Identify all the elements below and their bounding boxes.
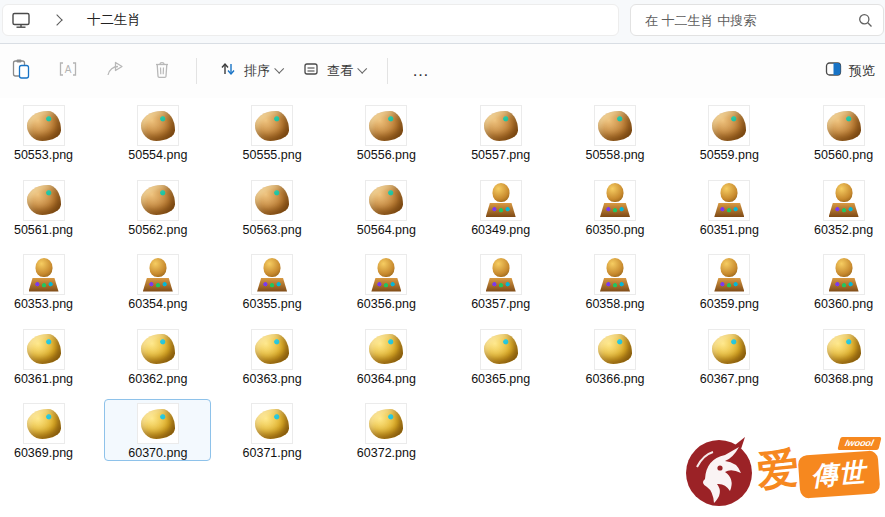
file-thumbnail [708, 180, 750, 221]
sort-button[interactable]: 排序 [211, 53, 290, 89]
file-tile[interactable]: 60371.png [219, 399, 326, 461]
zodiac-monkey-sprite [484, 258, 518, 292]
file-thumbnail [251, 254, 293, 295]
zodiac-rabbit-sprite [369, 111, 403, 141]
file-thumbnail [365, 329, 407, 370]
file-tile[interactable]: 60356.png [333, 250, 440, 312]
sort-label: 排序 [244, 62, 270, 80]
file-tile[interactable]: 60360.png [790, 250, 885, 312]
file-thumbnail [594, 254, 636, 295]
toolbar-divider [196, 58, 197, 84]
file-tile[interactable]: 60366.png [562, 325, 669, 387]
file-thumbnail [23, 254, 65, 295]
file-tile[interactable]: 60350.png [562, 176, 669, 238]
file-name: 50557.png [471, 148, 530, 162]
file-tile[interactable]: 60367.png [676, 325, 783, 387]
file-tile[interactable]: 50558.png [562, 101, 669, 163]
file-name: 60358.png [585, 297, 644, 311]
file-name: 50556.png [357, 148, 416, 162]
zodiac-rooster-sprite [141, 185, 175, 215]
file-tile[interactable]: 50560.png [790, 101, 885, 163]
file-tile[interactable]: 60365.png [447, 325, 554, 387]
file-tile[interactable]: 60372.png [333, 399, 440, 461]
file-tile[interactable]: 60353.png [0, 250, 97, 312]
file-tile[interactable]: 50553.png [0, 101, 97, 163]
search-magnifier-icon[interactable] [858, 13, 873, 28]
breadcrumb-chevron-icon[interactable] [51, 14, 62, 25]
file-tile[interactable]: 60357.png [447, 250, 554, 312]
svg-text:A: A [65, 64, 72, 75]
file-tile[interactable]: 60368.png [790, 325, 885, 387]
search-box[interactable] [630, 4, 884, 36]
file-name: 60361.png [14, 372, 73, 386]
search-input[interactable] [643, 12, 858, 29]
zodiac-snake-sprite [141, 258, 175, 292]
file-tile[interactable]: 60369.png [0, 399, 97, 461]
rename-icon: A [57, 58, 79, 84]
breadcrumb[interactable]: 十二生肖 [87, 11, 141, 29]
file-thumbnail [137, 180, 179, 221]
file-tile[interactable]: 60364.png [333, 325, 440, 387]
file-tile[interactable]: 60370.png [104, 399, 211, 461]
file-tile[interactable]: 50557.png [447, 101, 554, 163]
file-tile[interactable]: 60358.png [562, 250, 669, 312]
file-tile[interactable]: 50561.png [0, 176, 97, 238]
view-label: 查看 [327, 62, 353, 80]
zodiac-dog-sprite [255, 185, 289, 215]
file-name: 60357.png [471, 297, 530, 311]
zodiac-snake-sprite [598, 111, 632, 141]
view-button[interactable]: 查看 [294, 53, 373, 89]
command-toolbar: A [0, 44, 885, 98]
zodiac-tiger-sprite [255, 111, 289, 141]
file-thumbnail [137, 105, 179, 146]
file-name: 60349.png [471, 223, 530, 237]
file-name: 60363.png [243, 372, 302, 386]
file-tile[interactable]: 50559.png [676, 101, 783, 163]
file-tile[interactable]: 50555.png [219, 101, 326, 163]
file-tile[interactable]: 50562.png [104, 176, 211, 238]
file-tile[interactable]: 60362.png [104, 325, 211, 387]
paste-button[interactable] [1, 53, 41, 89]
file-thumbnail [594, 180, 636, 221]
file-name: 60362.png [128, 372, 187, 386]
delete-button[interactable] [142, 53, 182, 89]
more-options-button[interactable]: … [402, 66, 440, 76]
file-tile[interactable]: 60351.png [676, 176, 783, 238]
file-tile[interactable]: 50564.png [333, 176, 440, 238]
file-name: 50563.png [243, 223, 302, 237]
file-tile[interactable]: 50554.png [104, 101, 211, 163]
share-button[interactable] [95, 53, 135, 89]
file-tile[interactable]: 60352.png [790, 176, 885, 238]
address-bar[interactable]: 十二生肖 [2, 4, 619, 36]
file-tile[interactable]: 60349.png [447, 176, 554, 238]
file-thumbnail [23, 105, 65, 146]
file-tile[interactable]: 60363.png [219, 325, 326, 387]
file-tile[interactable]: 60361.png [0, 325, 97, 387]
file-name: 60372.png [357, 446, 416, 460]
ellipsis-icon: … [412, 61, 430, 80]
file-thumbnail [480, 329, 522, 370]
file-tile[interactable]: 60355.png [219, 250, 326, 312]
file-name: 50554.png [128, 148, 187, 162]
file-thumbnail [365, 180, 407, 221]
preview-button[interactable]: 预览 [819, 44, 881, 98]
zodiac-goat-sprite [827, 111, 861, 141]
address-strip: 十二生肖 [0, 0, 885, 44]
zodiac-ox-sprite [141, 334, 175, 364]
rename-button[interactable]: A [48, 53, 88, 89]
file-name: 60351.png [700, 223, 759, 237]
file-tile[interactable]: 50563.png [219, 176, 326, 238]
file-thumbnail [251, 105, 293, 146]
file-tile[interactable]: 50556.png [333, 101, 440, 163]
file-tile[interactable]: 60354.png [104, 250, 211, 312]
chevron-down-icon [357, 64, 367, 74]
this-pc-monitor-icon[interactable] [11, 10, 31, 30]
zodiac-rabbit-sprite [827, 183, 861, 217]
file-tile[interactable]: 60359.png [676, 250, 783, 312]
file-thumbnail [823, 254, 865, 295]
file-name: 60369.png [14, 446, 73, 460]
zodiac-ox-sprite [598, 183, 632, 217]
file-thumbnail [251, 329, 293, 370]
file-thumbnail [137, 403, 179, 444]
file-name: 50560.png [814, 148, 873, 162]
